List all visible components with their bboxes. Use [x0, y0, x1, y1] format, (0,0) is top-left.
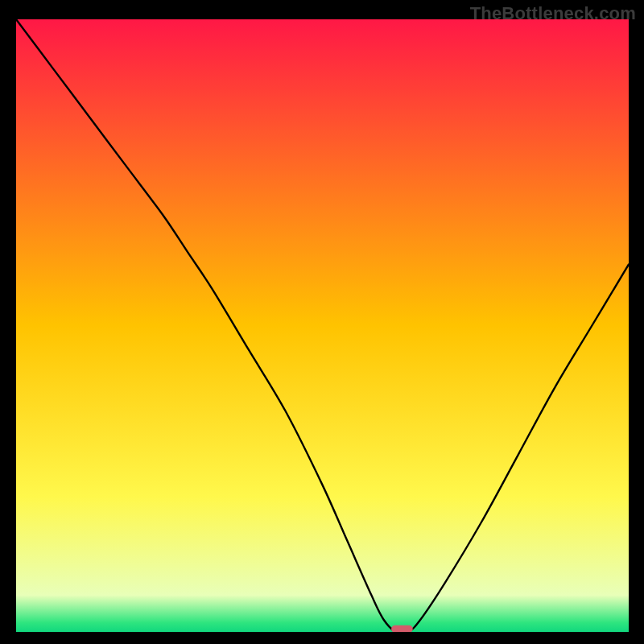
optimal-marker [391, 625, 413, 632]
plot-svg [16, 19, 629, 632]
chart-stage: TheBottleneck.com [0, 0, 644, 644]
gradient-background [16, 19, 629, 632]
bottleneck-plot [16, 19, 629, 632]
